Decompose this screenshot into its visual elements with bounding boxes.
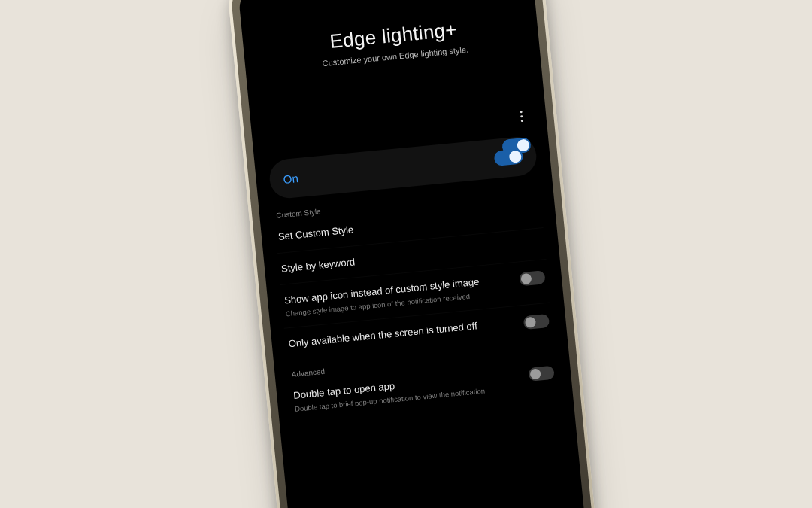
master-switch-toggle[interactable] <box>493 148 523 166</box>
photo-backdrop: 3:24 PM 21 Wed <box>0 0 812 508</box>
phone-device: 3:24 PM 21 Wed <box>226 0 598 508</box>
phone-screen: 3:24 PM 21 Wed <box>238 0 586 508</box>
toggle-double-tap[interactable] <box>528 366 555 382</box>
toggle-show-app-icon[interactable] <box>519 270 546 286</box>
master-switch-label: On <box>283 172 299 186</box>
toggle-screen-off-only[interactable] <box>523 314 550 330</box>
more-options-button[interactable] <box>511 105 532 126</box>
